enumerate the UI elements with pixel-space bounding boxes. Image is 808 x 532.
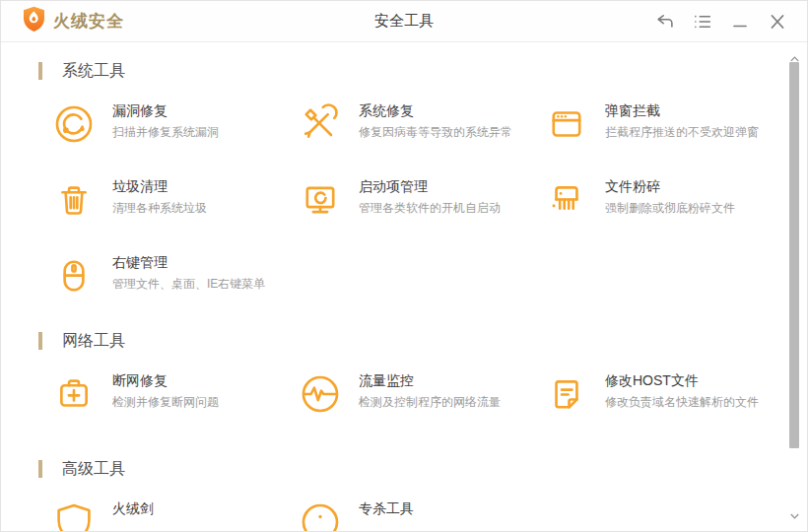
section-header: 高级工具: [38, 458, 807, 480]
tool-text: 漏洞修复扫描并修复系统漏洞: [112, 101, 219, 138]
tool-grid: 漏洞修复扫描并修复系统漏洞系统修复修复因病毒等导致的系统异常弹窗拦截拦截程序推送…: [52, 101, 807, 299]
section-accent-bar: [38, 62, 42, 80]
tool-name: 修改HOST文件: [605, 373, 759, 387]
tool-junk-clean[interactable]: 垃圾清理清理各种系统垃圾: [52, 177, 299, 223]
tool-name: 垃圾清理: [112, 179, 207, 193]
section-header: 系统工具: [38, 60, 807, 82]
tool-special-kill[interactable]: 专杀工具: [299, 499, 545, 532]
tool-desc: 检测及控制程序的网络流量: [359, 396, 501, 408]
tool-text: 断网修复检测并修复断网问题: [112, 371, 219, 408]
scrollbar: [787, 44, 801, 529]
tool-name: 启动项管理: [359, 179, 501, 193]
tool-desc: 管理各类软件的开机自启动: [359, 202, 501, 214]
tool-startup-manager[interactable]: 启动项管理管理各类软件的开机自启动: [299, 177, 545, 223]
vulnerability-fix-icon: [52, 102, 96, 146]
special-kill-icon: [299, 500, 342, 532]
tool-name: 流量监控: [359, 373, 501, 387]
traffic-monitor-icon: [299, 372, 342, 416]
tool-name: 右键管理: [112, 255, 265, 269]
section-header: 网络工具: [38, 330, 807, 352]
huorong-shield-logo-icon: [23, 6, 45, 36]
tool-text: 启动项管理管理各类软件的开机自启动: [359, 177, 501, 214]
section-accent-bar: [38, 332, 42, 350]
tool-text: 流量监控检测及控制程序的网络流量: [359, 371, 501, 408]
list-menu-icon[interactable]: [691, 10, 714, 33]
tool-text: 修改HOST文件修改负责域名快速解析的文件: [605, 371, 759, 408]
host-file-icon: [545, 372, 588, 416]
file-shredder-icon: [545, 178, 588, 222]
tool-desc: 检测并修复断网问题: [112, 396, 219, 408]
tool-grid: 断网修复检测并修复断网问题流量监控检测及控制程序的网络流量修改HOST文件修改负…: [52, 371, 807, 417]
system-repair-icon: [299, 102, 342, 146]
tool-text: 火绒剑: [112, 499, 154, 515]
tool-desc: 修复因病毒等导致的系统异常: [359, 126, 512, 138]
tool-desc: 管理文件、桌面、IE右键菜单: [112, 278, 265, 290]
tool-desc: 修改负责域名快速解析的文件: [605, 396, 759, 408]
scroll-down-icon[interactable]: [790, 505, 799, 523]
tool-text: 垃圾清理清理各种系统垃圾: [112, 177, 207, 214]
tool-text: 文件粉碎强制删除或彻底粉碎文件: [605, 177, 735, 214]
popup-block-icon: [545, 102, 588, 146]
section-label: 系统工具: [62, 61, 125, 82]
tool-file-shredder[interactable]: 文件粉碎强制删除或彻底粉碎文件: [545, 177, 791, 223]
brand-name: 火绒安全: [53, 10, 124, 33]
close-icon[interactable]: [766, 10, 789, 33]
tool-name: 火绒剑: [112, 501, 154, 515]
scrollbar-thumb[interactable]: [789, 62, 799, 448]
context-menu-icon: [52, 254, 96, 298]
tool-desc: 拦截程序推送的不受欢迎弹窗: [605, 126, 759, 138]
tool-network-repair[interactable]: 断网修复检测并修复断网问题: [52, 371, 299, 417]
tool-name: 断网修复: [112, 373, 219, 387]
tool-huorong-sword[interactable]: 火绒剑: [52, 499, 299, 532]
tool-desc: 扫描并修复系统漏洞: [112, 126, 219, 138]
tool-system-repair[interactable]: 系统修复修复因病毒等导致的系统异常: [299, 101, 545, 147]
tool-name: 专杀工具: [359, 501, 414, 515]
tool-name: 文件粉碎: [605, 179, 735, 193]
tool-host-file[interactable]: 修改HOST文件修改负责域名快速解析的文件: [545, 371, 791, 417]
huorong-sword-icon: [52, 500, 96, 532]
tool-text: 弹窗拦截拦截程序推送的不受欢迎弹窗: [605, 101, 759, 138]
tool-text: 系统修复修复因病毒等导致的系统异常: [359, 101, 512, 138]
junk-clean-icon: [52, 178, 96, 222]
section-label: 高级工具: [62, 459, 125, 480]
tool-text: 右键管理管理文件、桌面、IE右键菜单: [112, 253, 265, 290]
back-icon[interactable]: [653, 10, 677, 33]
tool-desc: 清理各种系统垃圾: [112, 202, 207, 214]
startup-manager-icon: [299, 178, 342, 222]
network-repair-icon: [52, 372, 96, 416]
tools-page: 系统工具漏洞修复扫描并修复系统漏洞系统修复修复因病毒等导致的系统异常弹窗拦截拦截…: [1, 42, 807, 532]
tool-text: 专杀工具: [359, 499, 414, 515]
tool-vulnerability-fix[interactable]: 漏洞修复扫描并修复系统漏洞: [52, 101, 299, 147]
tool-context-menu[interactable]: 右键管理管理文件、桌面、IE右键菜单: [52, 253, 299, 299]
tool-name: 漏洞修复: [112, 103, 219, 117]
tool-grid: 火绒剑专杀工具: [52, 499, 807, 532]
tool-traffic-monitor[interactable]: 流量监控检测及控制程序的网络流量: [299, 371, 545, 417]
section-accent-bar: [38, 460, 42, 478]
tool-desc: 强制删除或彻底粉碎文件: [605, 202, 735, 214]
tool-name: 系统修复: [359, 103, 512, 117]
tool-name: 弹窗拦截: [605, 103, 759, 117]
section-label: 网络工具: [62, 331, 125, 352]
app-logo: 火绒安全: [1, 6, 124, 36]
minimize-icon[interactable]: [728, 10, 752, 33]
titlebar: 火绒安全 安全工具: [1, 1, 807, 42]
tool-popup-block[interactable]: 弹窗拦截拦截程序推送的不受欢迎弹窗: [545, 101, 791, 147]
